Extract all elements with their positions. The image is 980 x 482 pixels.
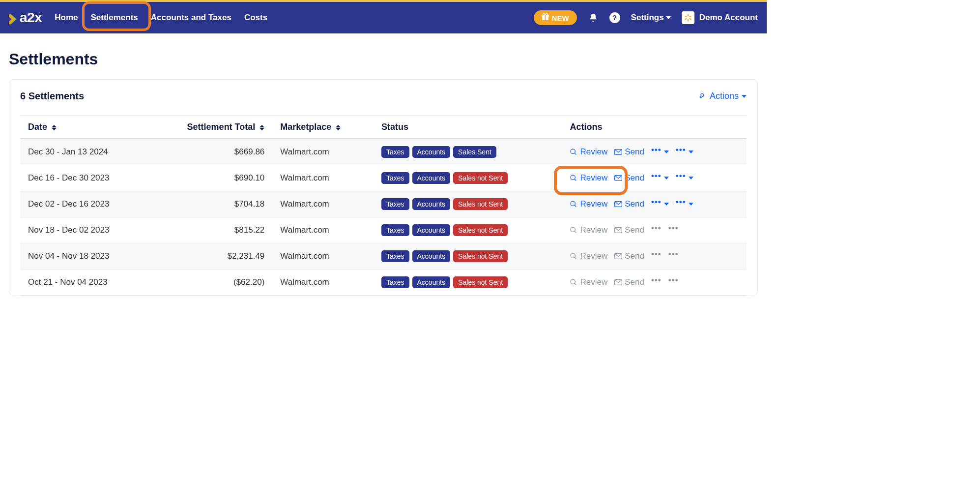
wrench-icon [699,92,707,100]
account-switcher[interactable]: Demo Account [682,11,758,24]
svg-point-3 [543,13,545,15]
status-badge: Taxes [381,276,409,288]
caret-down-icon [666,16,671,19]
dots-icon: ••• [651,279,662,286]
more-menu-2[interactable]: ••• [668,227,679,234]
settlements-table: Date Settlement Total Marketplace Status… [20,116,747,296]
more-menu-2[interactable]: ••• [676,175,693,181]
envelope-icon [614,279,622,285]
svg-line-27 [575,283,576,285]
status-badge: Taxes [381,172,409,184]
send-button: Send [614,225,644,235]
review-button[interactable]: Review [570,147,607,157]
svg-rect-5 [688,14,689,17]
dots-icon: ••• [668,279,679,286]
cell-status: TaxesAccountsSales Sent [374,139,562,165]
cell-actions: ReviewSend•••••• [562,217,747,243]
send-button: Send [614,277,644,287]
caret-down-icon [689,177,693,180]
envelope-icon [614,149,622,155]
nav-settlements[interactable]: Settlements [90,13,138,23]
more-menu-1[interactable]: ••• [651,201,669,208]
more-menu-1[interactable]: ••• [651,175,669,181]
search-icon [570,226,577,234]
gift-icon [542,13,549,22]
cell-marketplace: Walmart.com [272,217,374,243]
card-title: 6 Settlements [20,90,84,102]
col-marketplace[interactable]: Marketplace [272,116,374,139]
cell-total: $669.86 [149,139,273,165]
envelope-icon [614,227,622,233]
settings-label: Settings [631,13,664,23]
review-button[interactable]: Review [570,173,607,183]
dots-icon: ••• [651,201,662,208]
cell-status: TaxesAccountsSales not Sent [374,217,562,243]
status-badge: Accounts [412,276,451,288]
nav-home[interactable]: Home [55,13,78,23]
search-icon [570,200,577,208]
cell-total: ($62.20) [149,270,273,296]
settlements-card: 6 Settlements Actions Date Settlement To… [9,79,758,296]
svg-line-12 [575,153,576,154]
cell-marketplace: Walmart.com [272,243,374,270]
more-menu-2[interactable]: ••• [676,149,693,155]
review-button[interactable]: Review [570,199,607,209]
svg-point-26 [571,279,575,284]
cell-date: Nov 04 - Nov 18 2023 [20,243,149,270]
cell-total: $815.22 [149,217,273,243]
chevron-icon [9,12,18,23]
new-badge[interactable]: NEW [534,10,577,25]
table-row: Nov 04 - Nov 18 2023$2,231.49Walmart.com… [20,243,747,270]
more-menu-2[interactable]: ••• [676,201,693,208]
cell-marketplace: Walmart.com [272,191,374,217]
nav-links: Home Settlements Accounts and Taxes Cost… [55,13,267,23]
table-row: Oct 21 - Nov 04 2023($62.20)Walmart.comT… [20,270,747,296]
status-badge: Sales not Sent [453,198,508,210]
send-button[interactable]: Send [614,173,644,183]
brand-logo[interactable]: a2x [9,10,42,26]
status-badge: Sales not Sent [453,276,508,288]
more-menu-1[interactable]: ••• [651,253,662,260]
svg-line-21 [575,231,576,233]
dots-icon: ••• [651,175,662,181]
walmart-spark-icon [682,11,694,24]
svg-rect-9 [685,15,687,17]
more-menu-2[interactable]: ••• [668,253,679,260]
status-badge: Sales Sent [453,146,496,158]
dots-icon: ••• [676,175,686,181]
cell-actions: ReviewSend•••••• [562,270,747,296]
table-row: Dec 16 - Dec 30 2023$690.10Walmart.comTa… [20,165,747,191]
status-badge: Accounts [412,146,451,158]
cell-total: $704.18 [149,191,273,217]
page-title: Settlements [9,50,758,68]
actions-dropdown[interactable]: Actions [699,91,747,101]
caret-down-icon [689,151,693,153]
cell-status: TaxesAccountsSales not Sent [374,270,562,296]
status-badge: Accounts [412,172,451,184]
svg-line-18 [575,205,576,207]
brand-text: a2x [20,10,42,26]
nav-accounts[interactable]: Accounts and Taxes [151,13,231,23]
review-button: Review [570,225,607,235]
settings-dropdown[interactable]: Settings [631,13,671,23]
more-menu-1[interactable]: ••• [651,227,662,234]
caret-down-icon [742,95,747,98]
help-icon[interactable]: ? [609,12,620,23]
col-total[interactable]: Settlement Total [149,116,273,139]
envelope-icon [614,175,622,181]
more-menu-2[interactable]: ••• [668,279,679,286]
svg-rect-7 [689,15,692,17]
svg-line-15 [575,179,576,181]
cell-date: Dec 16 - Dec 30 2023 [20,165,149,191]
search-icon [570,252,577,260]
send-button[interactable]: Send [614,199,644,209]
svg-point-14 [571,175,575,180]
nav-costs[interactable]: Costs [244,13,267,23]
send-button[interactable]: Send [614,147,644,157]
bell-icon[interactable] [588,12,599,23]
col-status: Status [374,116,562,139]
more-menu-1[interactable]: ••• [651,149,669,155]
envelope-icon [614,253,622,259]
col-date[interactable]: Date [20,116,149,139]
more-menu-1[interactable]: ••• [651,279,662,286]
